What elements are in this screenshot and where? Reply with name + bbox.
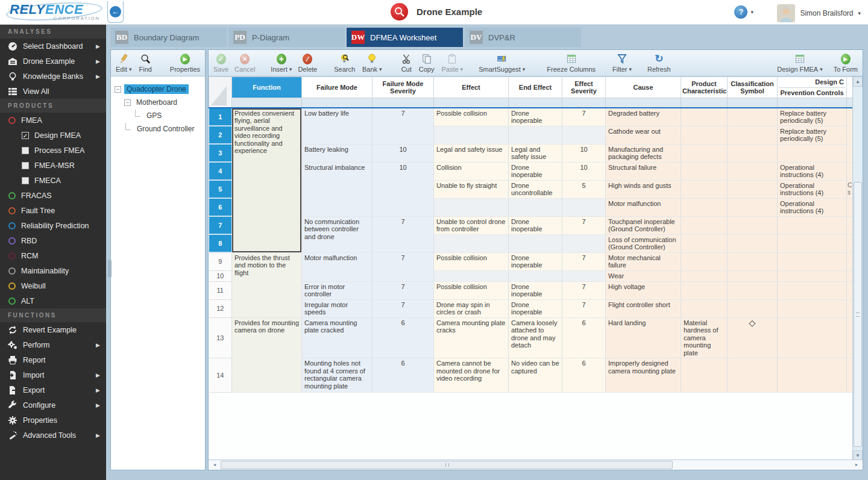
design-fmea-button[interactable]: Design FMEA▾ [777, 52, 822, 73]
table-cell-classsym[interactable] [728, 299, 778, 317]
row-number[interactable]: 12 [209, 299, 232, 317]
table-cell-effseverity[interactable]: 6 [562, 358, 606, 393]
copy-button[interactable]: Copy [419, 52, 435, 73]
user-menu[interactable]: Simon Brailsford ▾ [777, 4, 861, 22]
sidebar-item-knowledge-banks[interactable]: Knowledge Banks▶ [0, 69, 106, 84]
filter-cell-effect[interactable] [434, 98, 509, 108]
table-cell-endeffect[interactable]: Legal and safety issue [509, 144, 562, 162]
table-cell-prodchar[interactable] [681, 216, 728, 234]
row-number[interactable]: 14 [209, 358, 232, 393]
tree-node-motherboard[interactable]: −Motherboard [113, 96, 203, 109]
filter-cell-fmseverity[interactable] [373, 98, 434, 108]
table-cell-cause[interactable]: Manufacturing and packaging defects [606, 144, 681, 162]
table-cell-effect[interactable]: Drone may spin in circles or crash [434, 299, 509, 317]
table-cell-prevention[interactable] [778, 252, 847, 270]
table-cell-fmseverity[interactable]: 10 [373, 144, 434, 162]
row-number[interactable]: 10 [209, 270, 232, 281]
table-cell-classsym[interactable] [728, 126, 778, 144]
table-cell-peek[interactable] [847, 198, 853, 216]
filter-button[interactable]: Filter▾ [612, 52, 632, 73]
row-number[interactable]: 9 [209, 252, 232, 270]
table-cell-effect[interactable] [434, 234, 509, 252]
help-menu[interactable]: ? ▾ [734, 5, 753, 19]
table-cell-classsym[interactable] [728, 180, 778, 198]
table-cell-cause[interactable]: Motor malfunction [606, 198, 681, 216]
column-header-fmseverity[interactable]: Failure Mode Severity [373, 77, 434, 98]
row-number[interactable]: 3 [209, 144, 232, 162]
row-number[interactable]: 4 [209, 162, 232, 180]
table-cell-cause[interactable]: Loss of communication (Ground Controller… [606, 234, 681, 252]
table-cell-peek[interactable] [847, 108, 853, 126]
checkbox-icon[interactable] [22, 177, 29, 184]
horizontal-scroll-thumb[interactable] [221, 461, 673, 469]
table-cell-cause[interactable]: Improperly designed camera mounting plat… [606, 358, 681, 393]
table-cell-prevention[interactable]: Operational instructions (4) [778, 198, 847, 216]
table-cell-failuremode[interactable]: Structural imbalance [302, 162, 373, 216]
table-cell-classsym[interactable] [728, 216, 778, 234]
table-cell-effect[interactable]: Camera cannot be mounted on drone for vi… [434, 358, 509, 393]
insert-button[interactable]: +Insert▾ [271, 52, 292, 73]
bank-button[interactable]: Bank▾ [362, 52, 382, 73]
table-cell-effseverity[interactable]: 7 [562, 299, 606, 317]
table-cell-prodchar[interactable] [681, 126, 728, 144]
tree-node-ground-controller[interactable]: Ground Controller [113, 122, 203, 136]
tree-collapse-icon[interactable]: − [124, 99, 131, 106]
scroll-up-button[interactable]: ▲ [853, 76, 863, 87]
table-cell-effseverity[interactable]: 7 [562, 216, 606, 234]
sidebar-item-design-fmea[interactable]: ✓Design FMEA [0, 128, 106, 143]
tab-dvp-r[interactable]: DVDVP&R [465, 28, 581, 47]
sidebar-item-weibull[interactable]: Weibull [0, 278, 106, 293]
table-cell-peek[interactable] [847, 126, 853, 144]
sidebar-item-fault-tree[interactable]: Fault Tree [0, 203, 106, 218]
table-cell-function[interactable]: Provides the thrust and motion to the fl… [232, 252, 302, 317]
table-cell-classsym[interactable] [728, 198, 778, 216]
table-cell-prevention[interactable] [778, 358, 847, 393]
table-cell-effseverity[interactable] [562, 126, 606, 144]
table-cell-prevention[interactable]: Replace battery periodically (5) [778, 108, 847, 126]
table-cell-peek[interactable] [847, 162, 853, 180]
table-cell-fmseverity[interactable]: 6 [373, 358, 434, 393]
sidebar-item-maintainability[interactable]: Maintainability [0, 263, 106, 278]
cancel-button[interactable]: ×Cancel [234, 52, 255, 73]
table-cell-cause[interactable]: Structural failure [606, 162, 681, 180]
sidebar-item-fmeca[interactable]: FMECA [0, 173, 106, 188]
table-cell-prevention[interactable] [778, 144, 847, 162]
table-cell-prevention[interactable] [778, 270, 847, 281]
table-cell-endeffect[interactable]: Drone inoperable [509, 108, 562, 126]
table-cell-effect[interactable]: Unable to control drone from controller [434, 216, 509, 234]
filter-cell-failuremode[interactable] [302, 98, 373, 108]
tab-boundary-diagram[interactable]: BDBoundary Diagram [110, 28, 227, 47]
smartsuggest-button[interactable]: SmartSuggest▾ [479, 52, 525, 73]
freeze-columns-button[interactable]: Freeze Columns [547, 52, 596, 73]
table-cell-endeffect[interactable]: No video can be captured [509, 358, 562, 393]
row-number[interactable]: 1 [209, 108, 232, 126]
table-cell-failuremode[interactable]: Error in motor controller [302, 281, 373, 299]
filter-cell-prevention[interactable] [778, 98, 847, 108]
sidebar-item-fmea[interactable]: FMEA [0, 113, 106, 128]
table-cell-prodchar[interactable] [681, 144, 728, 162]
table-cell-prevention[interactable] [778, 299, 847, 317]
table-cell-fmseverity[interactable]: 7 [373, 252, 434, 281]
sidebar-item-fmea-msr[interactable]: FMEA-MSR [0, 158, 106, 173]
table-cell-cause[interactable]: Hard landing [606, 317, 681, 358]
table-cell-effseverity[interactable]: 5 [562, 180, 606, 198]
table-cell-peek[interactable] [847, 270, 853, 281]
table-cell-effseverity[interactable]: 6 [562, 317, 606, 358]
table-cell-peek[interactable] [847, 216, 853, 234]
filter-cell-endeffect[interactable] [509, 98, 562, 108]
paste-button[interactable]: Paste▾ [441, 52, 463, 73]
table-cell-classsym[interactable] [728, 358, 778, 393]
table-cell-prevention[interactable]: Operational instructions (4) [778, 180, 847, 198]
table-cell-cause[interactable]: Touchpanel inoperable (Ground Controller… [606, 216, 681, 234]
sidebar-item-process-fmea[interactable]: Process FMEA [0, 143, 106, 158]
table-cell-classsym[interactable] [728, 108, 778, 126]
tree-node-quadcopter-drone[interactable]: −Quadcopter Drone [113, 83, 203, 96]
sidebar-item-view-all[interactable]: View All [0, 84, 106, 99]
filter-cell-effseverity[interactable] [562, 98, 606, 108]
tab-dfmea-worksheet[interactable]: DWDFMEA Worksheet [347, 28, 463, 47]
sidebar-item-select-dashboard[interactable]: Select Dashboard▶ [0, 39, 106, 54]
checkbox-checked-icon[interactable]: ✓ [22, 132, 29, 139]
column-header-failuremode[interactable]: Failure Mode [302, 77, 373, 98]
sidebar-item-reliability-prediction[interactable]: Reliability Prediction [0, 218, 106, 233]
row-number[interactable]: 8 [209, 234, 232, 252]
